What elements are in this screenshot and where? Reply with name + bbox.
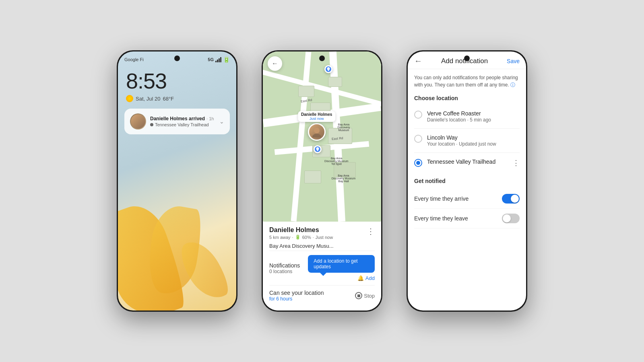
person-info: Danielle Holmes 5 km away · 🔋 60% · Just… — [269, 226, 333, 240]
more-options-button[interactable]: ⋮ — [367, 226, 375, 236]
map-label-museum-tot: Bay Area Discovery Museum Tot Spot — [324, 157, 349, 165]
location-option-tennessee[interactable]: Tennessee Valley Trailhead ⋮ — [414, 154, 520, 171]
distance-label: 5 km away — [269, 235, 291, 240]
leave-toggle[interactable] — [502, 214, 520, 223]
marker-time: Just now — [301, 117, 332, 121]
divider-1 — [414, 128, 520, 129]
notification-card[interactable]: Danielle Holmes arrived · 1h Tennessee V… — [124, 109, 230, 134]
map-building-4 — [328, 77, 342, 87]
radio-tennessee[interactable] — [414, 159, 422, 167]
stop-sharing-button[interactable]: Stop — [355, 292, 375, 299]
location-tennessee-name: Tennessee Valley Trailhead — [427, 158, 508, 165]
battery-percent: 60% — [302, 235, 311, 240]
notification-name: Danielle Holmes arrived — [150, 116, 205, 121]
phone1-notch — [174, 56, 180, 61]
phone2-notch — [319, 56, 325, 61]
get-notified-title: Get notified — [414, 178, 520, 184]
bell-icon: 🔔 — [357, 275, 364, 281]
carrier-label: Google Fi — [124, 57, 144, 62]
leave-toggle-row: Every time they leave — [414, 209, 520, 228]
add-notification-body: You can only add notifications for peopl… — [408, 69, 526, 311]
option-more-icon[interactable]: ⋮ — [512, 158, 520, 167]
notification-title: Danielle Holmes arrived · 1h — [150, 116, 215, 121]
map-pin-1 — [324, 65, 332, 73]
phone-3: ← Add notification Save You can only add… — [407, 50, 527, 312]
phone3-screen: ← Add notification Save You can only add… — [408, 51, 526, 311]
add-location-tooltip: Add a location to get updates — [308, 255, 375, 273]
leave-label: Every time they leave — [414, 215, 468, 222]
map-label-bay-hall: Bay Area Discovery Museum Bay Hall — [332, 174, 356, 183]
phone3-notch — [464, 56, 470, 61]
battery-icon: 🔋 — [223, 56, 230, 63]
location-lincoln-name: Lincoln Way — [427, 134, 520, 141]
radio-verve[interactable] — [414, 111, 422, 119]
leave-toggle-thumb — [503, 214, 511, 222]
arrive-toggle-row: Every time they arrive — [414, 189, 520, 209]
user-location-marker: Danielle Holmes Just now — [308, 123, 326, 141]
sharing-label: Can see your location — [269, 290, 324, 296]
sharing-row: Can see your location for 6 hours Stop — [269, 285, 375, 306]
notifications-count: 0 locations — [269, 269, 300, 274]
map-label-museum: Bay Area Discovery Museum — [332, 123, 355, 132]
phone-2: East Rd East Rd Bay Area Discovery Museu… — [262, 50, 382, 312]
add-label: Add — [365, 275, 375, 281]
current-location-row: Bay Area Discovery Musu... — [269, 243, 375, 249]
location-dot-icon — [150, 123, 153, 126]
location-text: Bay Area Discovery Musu... — [269, 243, 334, 249]
save-button[interactable]: Save — [507, 58, 520, 64]
notification-body: Tennessee Valley Trailhead — [150, 122, 215, 127]
separator-dot-2: · — [313, 235, 314, 240]
wallpaper — [118, 139, 236, 311]
location-option-lincoln[interactable]: Lincoln Way Your location · Updated just… — [414, 130, 520, 151]
separator-dot: · — [292, 235, 293, 240]
phone-1: Google Fi 5G 🔋 8:53 Sat, Jul 20 68°F — [117, 50, 237, 312]
tooltip-text: Add a location to get updates — [314, 258, 357, 269]
notification-location: Tennessee Valley Trailhead — [155, 122, 209, 127]
divider-2 — [414, 152, 520, 153]
map-building-5 — [298, 86, 314, 97]
temperature-label: 68°F — [163, 96, 174, 102]
notifications-row: Notifications 0 locations Add a location… — [269, 251, 375, 285]
stop-square-icon — [357, 294, 360, 297]
user-marker-avatar — [308, 123, 326, 141]
status-right: 5G 🔋 — [208, 56, 230, 63]
location-tennessee-content: Tennessee Valley Trailhead — [427, 158, 508, 165]
notifications-label: Notifications — [269, 262, 300, 269]
location-option-verve[interactable]: Verve Coffee Roaster Danielle's location… — [414, 106, 520, 127]
get-notified-section: Get notified Every time they arrive Ever… — [414, 178, 520, 228]
svg-point-0 — [314, 128, 320, 133]
arrive-label: Every time they arrive — [414, 195, 469, 202]
stop-label: Stop — [364, 293, 375, 299]
map-pin-2 — [314, 145, 322, 153]
signal-bars-icon — [215, 57, 221, 62]
updated-label: Just now — [316, 235, 333, 240]
notification-content: Danielle Holmes arrived · 1h Tennessee V… — [150, 116, 215, 127]
map-back-button[interactable]: ← — [268, 56, 282, 71]
battery-icon-small: 🔋 — [295, 234, 301, 240]
network-label: 5G — [208, 57, 214, 62]
location-verve-sub: Danielle's location · 5 min ago — [427, 117, 520, 123]
avatar-image — [311, 126, 322, 138]
choose-location-title: Choose location — [414, 95, 520, 101]
radio-lincoln[interactable] — [414, 135, 422, 143]
svg-point-1 — [312, 134, 321, 138]
map-building-7 — [304, 171, 321, 183]
phone2-screen: East Rd East Rd Bay Area Discovery Museu… — [263, 51, 381, 311]
map-view[interactable]: East Rd East Rd Bay Area Discovery Museu… — [263, 51, 381, 222]
sharing-info: Can see your location for 6 hours — [269, 290, 324, 302]
weather-icon — [126, 95, 133, 102]
chevron-down-icon: ⌄ — [219, 118, 224, 125]
notification-time: · 1h — [206, 116, 214, 121]
sharing-duration: for 6 hours — [269, 296, 324, 302]
person-name: Danielle Holmes — [269, 226, 333, 234]
info-text-content: You can only add notifications for peopl… — [414, 75, 518, 88]
date-display: Sat, Jul 20 68°F — [118, 93, 236, 104]
location-lincoln-sub: Your location · Updated just now — [427, 141, 520, 147]
map-label-east-rd-2: East Rd — [331, 136, 343, 140]
location-verve-content: Verve Coffee Roaster Danielle's location… — [427, 110, 520, 123]
info-help-link[interactable]: ⓘ — [510, 82, 515, 88]
info-description: You can only add notifications for peopl… — [414, 74, 520, 88]
back-button[interactable]: ← — [414, 56, 422, 66]
add-notification-button[interactable]: 🔔 Add — [357, 275, 375, 281]
arrive-toggle[interactable] — [502, 194, 520, 204]
